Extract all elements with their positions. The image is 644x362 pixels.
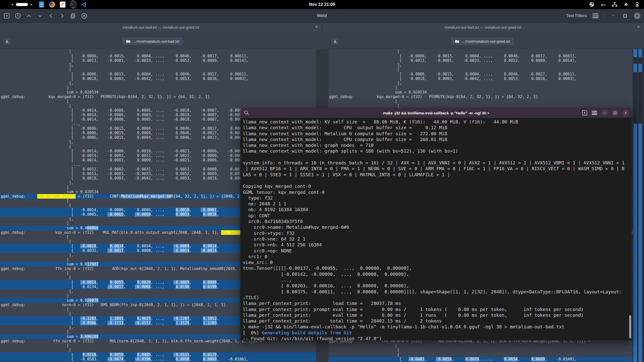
file-chooser-right-button[interactable]: .../mnt/metalium-out-good.txt [450, 37, 514, 46]
terminal-line [243, 177, 632, 183]
code-line: [ 0.0210, 0.0859, 0.0405, ..., -0.0151, … [0, 352, 316, 357]
code-line: [ [328, 348, 633, 352]
terminal-line: ttnn.Tensor([[[[-0.00137, -0.00055, ...,… [243, 265, 632, 271]
diff-map-segment[interactable] [638, 49, 642, 57]
terminal-line: llama_new_context_with_model: graph spli… [243, 148, 632, 154]
workspace-indicator[interactable] [12, 3, 32, 6]
code-line: [ 0.0018, 0.0003, -0.0042, ..., 0.0053, … [328, 76, 633, 81]
terminal-line: llama_new_context_with_model: KV self si… [243, 119, 632, 125]
terminal-line: ne: 2048 2 1 1 [243, 201, 632, 207]
tab-right-comparison[interactable]: metalium-out-bad.txt — metalium-out-good… [322, 23, 644, 32]
next-change-button[interactable] [37, 13, 43, 19]
code-line: [ [0, 99, 316, 104]
code-line: [ [0, 104, 316, 108]
new-tab-button[interactable] [582, 110, 588, 116]
code-line: ] [0, 85, 316, 90]
code-line: [ -0.0006, -0.0015, 0.0004, ..., 0.0046,… [328, 54, 633, 58]
terminal-close-button[interactable]: × [622, 110, 629, 116]
volume-icon[interactable] [624, 2, 629, 7]
copy-button[interactable] [70, 13, 76, 19]
terminal-line: -- Found Git: /usr/bin/git (found versio… [243, 336, 632, 340]
code-line: [ [0, 343, 316, 348]
diff-map-segment[interactable] [638, 64, 642, 72]
terminal-app-button[interactable]: >_ [70, 1, 76, 8]
terminal-line: LAS = 0 | SSE3 = 1 | SSSE3 = 1 | VSX = 0… [243, 172, 632, 177]
terminal-line: ..., [243, 277, 632, 283]
diff-map-segment[interactable] [633, 49, 637, 57]
push-left-button[interactable] [48, 13, 54, 19]
terminal-line: | AVX512_BF16 = 1 | AMX_INT8 = 0 | FMA =… [243, 166, 632, 171]
diff-map-segment[interactable] [633, 64, 637, 72]
terminal-maximize-button[interactable] [612, 110, 618, 116]
menu-hamburger-icon[interactable] [592, 14, 598, 18]
close-window-button[interactable]: × [634, 13, 640, 19]
previous-change-button[interactable] [26, 13, 32, 19]
terminal-title-bar[interactable]: make -j32 && bin/llama-eval-callback -p … [240, 108, 632, 118]
diff-map-segment[interactable] [633, 124, 637, 362]
terminal-icon: >_ [70, 2, 76, 8]
terminal-line: src1: 0 [243, 254, 632, 259]
file-path-right: .../mnt/metalium-out-good.txt [462, 39, 510, 43]
code-line: ggml_debug: kqv_merged-0 = (f32) PERMUTE… [328, 95, 633, 99]
terminal-line: op: CONT [243, 213, 632, 218]
text-filters-button[interactable]: Text Filters [566, 13, 587, 18]
save-right-button[interactable] [331, 37, 340, 45]
terminal-minimize-button[interactable]: − [601, 110, 608, 116]
code-line: [ -0.0006, -0.0015, 0.0004, ..., 0.0046,… [0, 54, 316, 58]
terminal-line: [ 0.00203, 0.00016, ..., 0.00000, 0.0000… [243, 283, 632, 289]
terminal-line: src0->nb: 4 512 256 16384 [243, 242, 632, 248]
terminal-window[interactable]: make -j32 && bin/llama-eval-callback -p … [240, 108, 632, 340]
terminal-line: type: f32 [243, 195, 632, 201]
code-line: [ -0.0583, -0.0074, -0.0396, ..., 0.0898… [0, 357, 316, 361]
code-line: ], [0, 81, 316, 85]
text-editor-app-button[interactable] [59, 1, 66, 8]
network-icon[interactable] [612, 2, 617, 7]
terminal-line: [ 0.00375, -0.00011, ..., 0.00000, 0.000… [243, 289, 632, 295]
steam-tray-icon[interactable] [589, 2, 594, 7]
terminal-line: [ 0%] Generating build details from Git [243, 330, 632, 336]
code-line: [ [0, 348, 316, 352]
terminal-output[interactable]: llama_new_context_with_model: KV self si… [240, 118, 632, 340]
terminal-line: src0->ne: 64 32 2 1 [243, 236, 632, 242]
tab-close-icon[interactable]: × [315, 25, 318, 29]
terminal-line: :TILE) [243, 295, 632, 300]
new-comparison-button[interactable] [4, 13, 10, 19]
code-line: [ 0.0018, 0.0003, -0.0042, ..., 0.0053, … [0, 76, 316, 81]
code-line: sum = 0.020534 [328, 90, 633, 95]
terminal-scrollbar[interactable] [629, 315, 631, 338]
file-chooser-left-button[interactable]: .../mnt/metalium-out-bad.txt [122, 37, 184, 46]
tab-close-icon[interactable]: × [637, 25, 640, 29]
push-right-button[interactable] [59, 13, 65, 19]
firefox-app-button[interactable] [49, 1, 55, 8]
favorites-dock: >_ [38, 1, 87, 8]
vscode-app-button[interactable] [80, 1, 87, 8]
system-tray[interactable]: en [589, 0, 639, 9]
save-left-button[interactable] [3, 37, 12, 45]
refresh-clock-icon[interactable] [15, 13, 21, 19]
tab-title: metalium-out-bad.txt — metalium-out-good… [123, 25, 199, 29]
terminal-line: llama_new_context_with_model: CPU comput… [243, 137, 632, 142]
restore-button[interactable] [622, 13, 628, 19]
terminal-line: view_src: 0 [243, 259, 632, 265]
battery-icon[interactable] [635, 2, 639, 7]
code-line: [ [328, 99, 633, 104]
file-path-left: .../mnt/metalium-out-bad.txt [133, 39, 179, 43]
code-line: [ [0, 49, 316, 54]
stop-button[interactable] [81, 13, 88, 19]
code-line: [ [328, 352, 633, 357]
active-workspace-pill-icon [16, 3, 28, 6]
terminal-line: [-0.00142, -0.00000, ..., 0.00000, 0.000… [243, 271, 632, 277]
minimize-button[interactable]: − [610, 13, 616, 19]
terminal-menu-icon[interactable] [592, 111, 597, 115]
code-line: [ [328, 49, 633, 54]
files-app-button[interactable] [38, 1, 45, 8]
keyboard-layout-indicator[interactable]: en [601, 3, 605, 7]
tab-left-comparison[interactable]: metalium-out-bad.txt — metalium-out-good… [0, 23, 322, 32]
search-icon[interactable] [244, 110, 249, 116]
terminal-line: llama_new_context_with_model: graph node… [243, 142, 632, 148]
code-line: ggml_debug: kqv_merged-0 = (f32) PERMUTE… [0, 95, 316, 99]
clock[interactable]: Nov 12 21:09 [0, 0, 644, 9]
diff-overview-map[interactable] [632, 49, 644, 362]
diff-map-segment[interactable] [638, 124, 642, 362]
code-line: [ -0.0481, -0.0056, 0.0070, ..., 0.0654,… [328, 357, 633, 361]
